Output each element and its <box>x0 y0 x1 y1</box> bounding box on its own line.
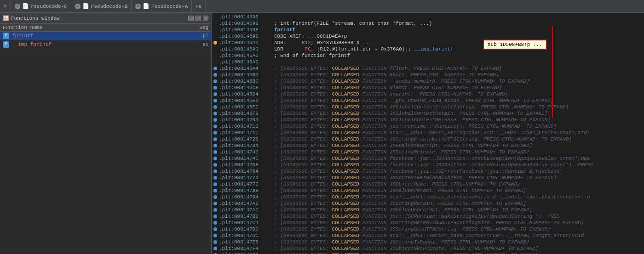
disasm-addr: .plt:000147A0 <box>219 200 274 207</box>
disasm-addr: .plt:000146B0 <box>219 72 274 78</box>
disasm-instr: ; [0000000C BYTES: COLLAPSED FUNCTION st… <box>274 232 584 239</box>
disasm-addr: .plt:0001477C <box>219 181 274 187</box>
dot-blue <box>213 137 217 141</box>
disasm-instr: ; [0000000C BYTES: COLLAPSED FUNCTION JS… <box>274 136 572 142</box>
disasm-line: .plt:00014740 ; [0000000C BYTES: COLLAPS… <box>212 149 644 155</box>
disasm-line: .plt:0001471C ; [0000000C BYTES: COLLAPS… <box>212 130 644 136</box>
disasm-addr: .plt:000146E0 <box>219 97 274 104</box>
dot-empty <box>213 47 217 51</box>
dot-blue <box>213 227 217 231</box>
disasm-line: .plt:000146BC ; [0000000C BYTES: COLLAPS… <box>212 78 644 85</box>
close-pseudocode-a[interactable]: ✕ <box>135 4 141 9</box>
disasm-addr: .plt:00014788 <box>219 187 274 194</box>
disasm-line: .plt:000147E8 ; [0000000C BYTES: COLLAPS… <box>212 239 644 245</box>
disasm-instr: ; [0000000C BYTES: COLLAPSED FUNCTION ab… <box>274 72 499 78</box>
disasm-line: .plt:000147C4 ; [0000000C BYTES: COLLAPS… <box>212 220 644 226</box>
disasm-instr: ; [0000000C BYTES: COLLAPSED FUNCTION fa… <box>274 168 563 175</box>
func-item-imp-fprintf[interactable]: f __imp_fprintf ex <box>0 40 211 49</box>
disasm-addr: .plt:000147E8 <box>219 239 274 245</box>
disasm-instr: ; [0000000C BYTES: COLLAPSED FUNCTION st… <box>274 194 590 200</box>
disasm-addr: .plt:00014740 <box>219 149 274 155</box>
functions-list[interactable]: f fprintf .pl f __imp_fprintf ex <box>0 32 211 254</box>
disasm-instr: ; [0000000C BYTES: COLLAPSED FUNCTION st… <box>274 130 590 136</box>
disasm-addr: .plt:00014800 <box>219 252 274 254</box>
disasm-addr: .plt:000146A0 <box>219 59 274 65</box>
close-pseudocode-b[interactable]: ✕ <box>75 4 80 9</box>
func-label-fprintf: f <box>3 33 9 39</box>
close-pseudocode-c[interactable]: ✕ <box>15 4 20 9</box>
func-item-fprintf[interactable]: f fprintf .pl <box>0 32 211 40</box>
tab-pseudocode-c[interactable]: ✕ 📄 Pseudocode-C <box>11 0 71 12</box>
tab-pseudocode-b[interactable]: ✕ 📄 Pseudocode-B <box>71 0 132 12</box>
disasm-line: .plt:000146A0 LDR PC, [R12,#(fprintf_ptr… <box>212 46 644 52</box>
disasm-line: .plt:00014734 ; [0000000C BYTES: COLLAPS… <box>212 142 644 149</box>
disasm-instr: fprintf <box>274 27 295 33</box>
dot-blue <box>213 73 217 77</box>
dot-blue <box>213 99 217 102</box>
disasm-line: .plt:000147DC ; [0000000C BYTES: COLLAPS… <box>212 232 644 239</box>
disasm-line: .plt:00014728 ; [0000000C BYTES: COLLAPS… <box>212 136 644 142</box>
tab-label-hex: He <box>196 4 201 9</box>
disasm-icon: ≡ <box>4 4 7 9</box>
dot-blue <box>213 240 217 244</box>
func-name-imp-fprintf: __imp_fprintf <box>12 42 185 47</box>
disasm-line: .plt:000146A4 ; [0000000C BYTES: COLLAPS… <box>212 65 644 72</box>
disasm-instr: ; [0000000C BYTES: COLLAPSED FUNCTION JS… <box>274 175 557 181</box>
dot-blue <box>213 86 217 90</box>
disasm-line: .plt:00014758 ; [0000000C BYTES: COLLAPS… <box>212 162 644 168</box>
col-seg-header: Seg <box>185 25 208 30</box>
disasm-instr: ; [0000000C BYTES: COLLAPSED FUNCTION dl… <box>274 85 502 91</box>
disasm-line: .plt:00014764 ; [0000000C BYTES: COLLAPS… <box>212 168 644 175</box>
close-button[interactable]: ✕ <box>203 16 208 21</box>
disasm-addr: .plt:000147F4 <box>219 245 274 252</box>
disasm-line: .plt:000146E0 ; [0000000C BYTES: COLLAPS… <box>212 97 644 104</box>
disasm-instr: ; [0000000C BYTES: COLLAPSED FUNCTION JS… <box>274 142 532 149</box>
col-name-header: Function name <box>3 25 185 30</box>
main-layout: 🪟 Functions window ─ □ ✕ Function name S… <box>0 13 644 254</box>
disasm-addr: .plt:00014794 <box>219 194 274 200</box>
tab-hex[interactable]: He <box>192 0 206 12</box>
disasm-instr: ; [0000000C BYTES: COLLAPSED FUNCTION JS… <box>274 239 529 245</box>
dot-blue <box>213 105 217 109</box>
disasm-instr: ; [0000000C BYTES: COLLAPSED FUNCTION fa… <box>274 162 593 168</box>
disasm-instr: LDR PC, [R12,#(fprintf_ptr - 0x376A0)]; … <box>274 46 454 52</box>
disasm-addr: .plt:0001471C <box>219 130 274 136</box>
disasm-addr: .plt:0001474C <box>219 155 274 162</box>
disasm-addr: .plt:000146A4 <box>219 65 274 72</box>
disasm-line: .plt:000147A0 ; [0000000C BYTES: COLLAPS… <box>212 200 644 207</box>
disasm-line: .plt:000147D0 ; [0000000C BYTES: COLLAPS… <box>212 226 644 232</box>
dot-blue <box>213 189 217 192</box>
disasm-content[interactable]: .plt:00014698 .plt:00014698 ; int fprint… <box>212 13 644 254</box>
disasm-instr: ; [0000000C BYTES: COLLAPSED FUNCTION JS… <box>274 181 520 187</box>
disasm-addr: .plt:000147DC <box>219 232 274 239</box>
dot-blue <box>213 202 217 205</box>
dot-blue <box>213 67 217 70</box>
disasm-instr: ADRLR12, 0x437D508+B8↑p ... <box>274 40 372 46</box>
disasm-addr: .plt:00014698 <box>219 33 274 40</box>
tab-label-pseudocode-b: Pseudocode-B <box>91 4 127 9</box>
dot-blue <box>213 182 217 186</box>
disasm-instr: ; [0000000C BYTES: COLLAPSED FUNCTION JS… <box>274 220 584 226</box>
disasm-line: .plt:0001474C ; [0000000C BYTES: COLLAPS… <box>212 155 644 162</box>
disasm-instr: ; [0000000C BYTES: COLLAPSED FUNCTION JS… <box>274 252 541 254</box>
minimize-button[interactable]: ─ <box>188 16 194 21</box>
disasm-line: .plt:000147AC ; [0000000C BYTES: COLLAPS… <box>212 207 644 213</box>
disasm-addr: .plt:000146A0 <box>219 52 274 59</box>
tab-disasm[interactable]: ≡ <box>0 0 11 12</box>
disasm-addr: .plt:000146EC <box>219 104 274 110</box>
tab-bar: ≡ ✕ 📄 Pseudocode-C ✕ 📄 Pseudocode-B ✕ 📄 … <box>0 0 644 13</box>
disasm-instr: ; [0000000C BYTES: COLLAPSED FUNCTION js… <box>274 213 560 220</box>
dot-blue <box>213 214 217 218</box>
disasm-instr: ; [0000000C BYTES: COLLAPSED FUNCTION JS… <box>274 110 547 117</box>
functions-panel: 🪟 Functions window ─ □ ✕ Function name S… <box>0 13 212 254</box>
tab-pseudocode-a[interactable]: ✕ 📄 Pseudocode-A <box>132 0 192 12</box>
functions-title-text: Functions window <box>11 16 60 21</box>
disasm-instr: ; [0000000C BYTES: COLLAPSED FUNCTION JS… <box>274 187 526 194</box>
disasm-line: .plt:00014770 ; [0000000C BYTES: COLLAPS… <box>212 175 644 181</box>
doc-icon-c: 📄 <box>22 3 29 10</box>
disasm-line: .plt:000146F8 ; [0000000C BYTES: COLLAPS… <box>212 110 644 117</box>
dot-blue <box>213 208 217 212</box>
disasm-addr: .plt:000146A0 <box>219 46 274 52</box>
maximize-button[interactable]: □ <box>196 16 201 21</box>
disasm-line: .plt:00014710 ; [0000000C BYTES: COLLAPS… <box>212 123 644 130</box>
